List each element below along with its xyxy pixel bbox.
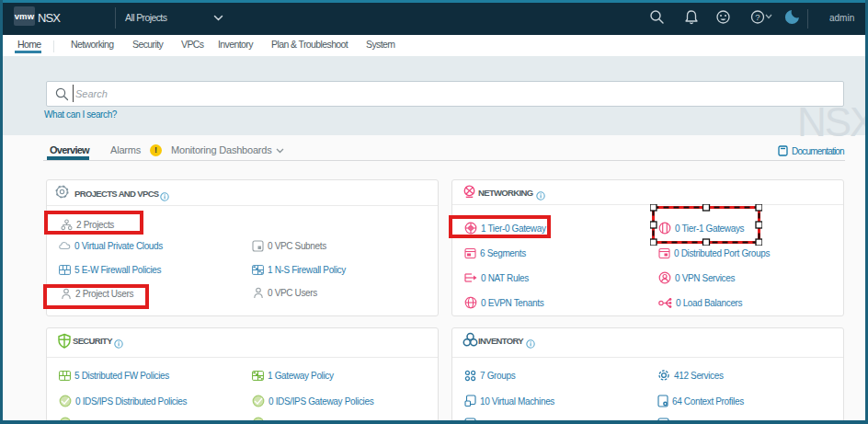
svg-text:?: ? — [755, 12, 760, 22]
